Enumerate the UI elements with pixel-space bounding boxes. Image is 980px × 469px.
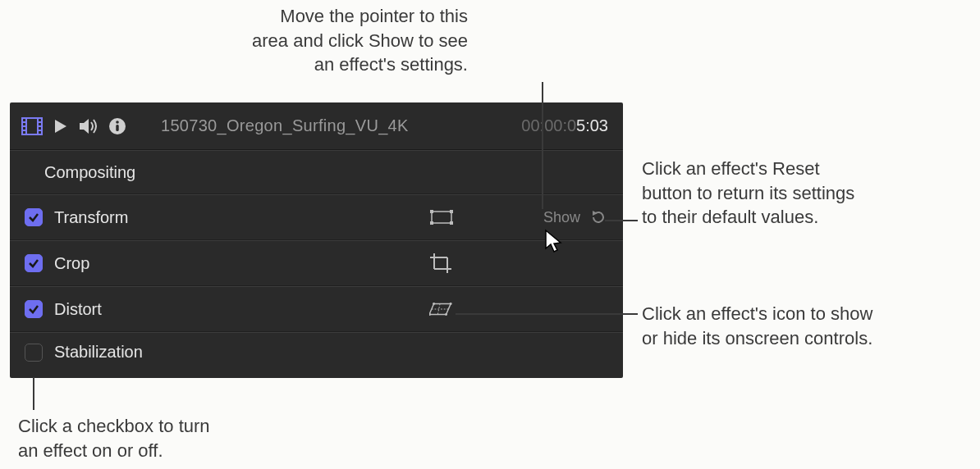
effect-row-transform[interactable]: Transform Show [10,194,623,240]
annotation-icon: Click an effect's icon to show or hide i… [642,302,970,350]
svg-rect-16 [450,210,453,213]
effect-row-distort[interactable]: Distort [10,286,623,332]
svg-point-28 [429,313,431,316]
checkbox-crop[interactable] [25,254,43,272]
annotation-show: Move the pointer to this area and click … [222,4,468,77]
effect-label: Crop [54,254,89,273]
effect-label: Distort [54,300,102,319]
panel-header: 150730_Oregon_Surfing_VU_4K 00:00:05:03 [10,102,623,150]
callout-line [33,377,34,410]
svg-marker-19 [593,211,598,216]
checkbox-transform[interactable] [25,208,43,226]
svg-rect-15 [430,210,433,213]
checkbox-distort[interactable] [25,300,43,318]
distort-icon[interactable] [429,299,452,319]
svg-rect-14 [432,212,451,223]
timecode: 00:00:05:03 [521,116,608,135]
effect-row-crop[interactable]: Crop [10,240,623,286]
section-compositing[interactable]: Compositing [10,150,623,194]
effect-label: Transform [54,208,128,227]
svg-rect-13 [116,125,118,131]
crop-icon[interactable] [429,253,452,273]
svg-point-25 [433,303,435,305]
speaker-icon[interactable] [79,118,98,134]
transform-rect-icon[interactable] [430,207,453,227]
annotation-reset: Click an effect's Reset button to return… [642,157,970,230]
svg-marker-9 [55,120,66,133]
svg-point-27 [445,313,447,316]
info-icon[interactable] [108,117,126,135]
show-label[interactable]: Show [543,209,580,226]
clip-name: 150730_Oregon_Surfing_VU_4K [136,116,521,135]
play-icon[interactable] [53,118,69,134]
section-label: Compositing [44,163,135,182]
effect-label: Stabilization [54,343,143,362]
inspector-panel: 150730_Oregon_Surfing_VU_4K 00:00:05:03 … [10,102,623,378]
svg-rect-18 [450,221,453,225]
svg-marker-10 [80,119,89,134]
svg-point-26 [450,303,452,305]
svg-point-12 [116,121,119,124]
svg-rect-17 [430,221,433,225]
checkbox-stabilization[interactable] [25,344,43,362]
annotation-checkbox: Click a checkbox to turn an effect on or… [18,414,305,462]
reset-button[interactable] [588,207,608,227]
film-icon[interactable] [21,117,43,135]
effect-row-stabilization[interactable]: Stabilization [10,332,623,378]
